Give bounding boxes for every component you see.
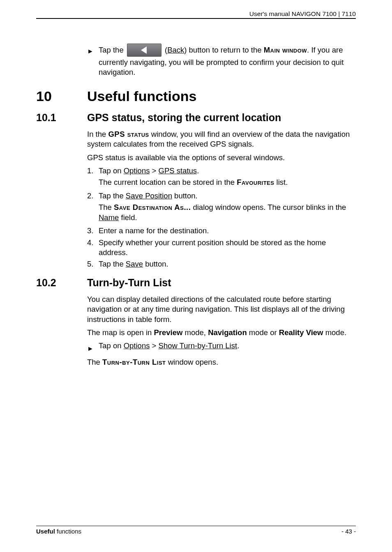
header-text: User's manual NAVIGON 7100 | 7110 bbox=[36, 10, 356, 20]
section-10-2-body: You can display detailed directions of t… bbox=[87, 294, 356, 368]
step-body: Tap the Save button. bbox=[99, 259, 356, 269]
section-10-2-heading: 10.2 Turn-by-Turn List bbox=[36, 277, 356, 289]
save-position-link[interactable]: Save Position bbox=[126, 191, 172, 200]
sec2-p3: The Turn-by-Turn List window opens. bbox=[87, 357, 356, 367]
intro-pre: Tap the bbox=[99, 46, 126, 54]
sec2-bullet-body: Tap on Options > Show Turn-by-Turn List. bbox=[99, 341, 356, 351]
gps-status-link[interactable]: GPS status bbox=[159, 166, 197, 175]
sec2-p2: The map is open in Preview mode, Navigat… bbox=[87, 328, 356, 338]
options-link[interactable]: Options bbox=[124, 341, 150, 350]
sec1-step1: 1. Tap on Options > GPS status. bbox=[87, 166, 356, 176]
chapter-heading: 10 Useful functions bbox=[36, 88, 356, 104]
save-destination-as-label: Save Destination As... bbox=[114, 203, 191, 212]
left-triangle-icon bbox=[141, 46, 148, 54]
sec2-bullet: ► Tap on Options > Show Turn-by-Turn Lis… bbox=[87, 341, 356, 355]
section-number: 10.2 bbox=[36, 277, 87, 289]
bullet-glyph: ► bbox=[87, 341, 99, 355]
options-link[interactable]: Options bbox=[124, 166, 150, 175]
page: User's manual NAVIGON 7100 | 7110 ► Tap … bbox=[0, 0, 392, 552]
section-10-1-heading: 10.1 GPS status, storing the current loc… bbox=[36, 112, 356, 124]
sec1-step2: 2. Tap the Save Position button. bbox=[87, 191, 356, 201]
sec1-step5: 5. Tap the Save button. bbox=[87, 259, 356, 269]
show-turn-by-turn-link[interactable]: Show Turn-by-Turn List bbox=[159, 341, 238, 350]
footer-left: Useful functions bbox=[36, 528, 81, 535]
sec2-p1: You can display detailed directions of t… bbox=[87, 294, 356, 324]
section-title: Turn-by-Turn List bbox=[87, 277, 171, 289]
svg-marker-0 bbox=[141, 46, 147, 54]
preview-mode-label: Preview bbox=[154, 328, 182, 337]
favourites-label: Favourites bbox=[237, 178, 274, 186]
bullet-glyph: ► bbox=[87, 44, 99, 58]
intro-post2: ) button to return to the bbox=[184, 46, 263, 54]
step-body: Tap on Options > GPS status. bbox=[99, 166, 356, 176]
step-number: 4. bbox=[87, 238, 99, 248]
step-body: Specify whether your current position sh… bbox=[99, 238, 356, 258]
step-number: 5. bbox=[87, 259, 99, 269]
reality-view-label: Reality View bbox=[279, 328, 323, 337]
footer-rule bbox=[36, 526, 356, 526]
section-title: GPS status, storing the current location bbox=[87, 112, 281, 124]
intro-block: ► Tap the (Back) button to return to the… bbox=[87, 44, 356, 78]
chapter-title: Useful functions bbox=[87, 88, 196, 104]
sec1-step2-sub: The Save Destination As... dialog window… bbox=[99, 202, 356, 223]
section-10-1-body: In the GPS status window, you will find … bbox=[87, 129, 356, 269]
page-header: User's manual NAVIGON 7100 | 7110 bbox=[36, 18, 356, 20]
turn-by-turn-list-label: Turn-by-Turn List bbox=[102, 358, 166, 366]
footer-row: Useful functions - 43 - bbox=[36, 528, 356, 535]
page-number: - 43 - bbox=[341, 528, 356, 535]
back-button-icon[interactable] bbox=[127, 44, 161, 57]
intro-bullet-body: Tap the (Back) button to return to the M… bbox=[99, 44, 356, 78]
step-body: Enter a name for the destination. bbox=[99, 226, 356, 236]
back-link[interactable]: Back bbox=[167, 46, 184, 54]
sec1-step4: 4. Specify whether your current position… bbox=[87, 238, 356, 258]
save-link[interactable]: Save bbox=[126, 260, 143, 268]
chapter-number: 10 bbox=[36, 88, 87, 104]
navigation-mode-label: Navigation bbox=[208, 328, 247, 337]
page-footer: Useful functions - 43 - bbox=[36, 526, 356, 535]
sec1-step3: 3. Enter a name for the destination. bbox=[87, 226, 356, 236]
step-body: Tap the Save Position button. bbox=[99, 191, 356, 201]
main-window-label: Main window bbox=[264, 46, 307, 54]
sec1-step1-sub: The current location can be stored in th… bbox=[99, 177, 356, 187]
sec1-p2: GPS status is available via the options … bbox=[87, 153, 356, 163]
step-number: 2. bbox=[87, 191, 99, 201]
name-field-link: Name bbox=[99, 213, 119, 222]
intro-bullet-item: ► Tap the (Back) button to return to the… bbox=[87, 44, 356, 78]
step-number: 1. bbox=[87, 166, 99, 176]
gps-status-label: GPS status bbox=[108, 130, 149, 138]
section-number: 10.1 bbox=[36, 112, 87, 124]
sec1-p1: In the GPS status window, you will find … bbox=[87, 129, 356, 150]
step-number: 3. bbox=[87, 226, 99, 236]
